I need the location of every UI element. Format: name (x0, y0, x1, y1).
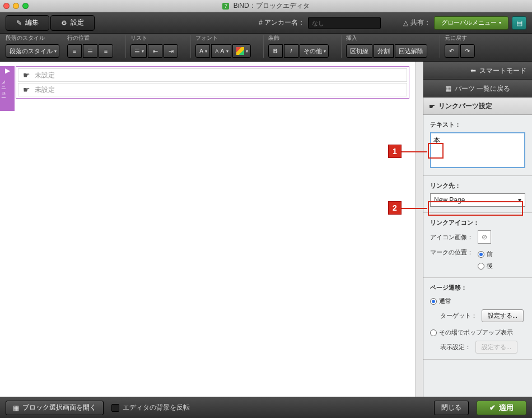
unwrap-button[interactable]: 回込解除 (395, 44, 427, 58)
align-center-button[interactable]: ☰ (83, 44, 97, 58)
icon-image-picker[interactable]: ⊘ (478, 230, 491, 244)
bold-button[interactable]: B (268, 44, 283, 58)
tab-edit[interactable]: ✎ 編集 (6, 15, 49, 31)
smart-mode-button[interactable]: ⬅ スマートモード (423, 62, 532, 80)
caret-down-icon: ▾ (246, 49, 248, 54)
play-icon: ▶ (0, 66, 15, 75)
align-left-button[interactable]: ≡ (67, 44, 82, 58)
transition-popup[interactable]: その場でポップアップ表示 (430, 327, 525, 338)
group-label: 段落のスタイル (6, 34, 59, 44)
font-size-dropdown[interactable]: AA▾ (211, 44, 231, 58)
link-part-row[interactable]: ☛ 未設定 (18, 68, 407, 82)
pointer-icon: ☛ (23, 71, 30, 80)
close-button[interactable]: 閉じる (434, 401, 469, 415)
caret-down-icon: ▾ (226, 49, 228, 54)
window-title: 7 BiND：ブロックエディタ (0, 1, 532, 11)
group-list: リスト ☰▾ ⇤ ⇥ (130, 34, 178, 58)
group-insert: 挿入 区切線 分割 回込解除 (346, 34, 427, 58)
window-titlebar: 7 BiND：ブロックエディタ (0, 0, 532, 12)
radio-icon (478, 251, 484, 258)
callout-line (402, 151, 427, 152)
radio-icon (430, 329, 437, 336)
radio-label: 後 (487, 262, 493, 270)
button-label: パーツ 一覧に戻る (455, 84, 510, 94)
list-icon: ☰ (134, 48, 140, 55)
dropdown-label: 段落のスタイル (10, 47, 53, 55)
bullet-list-dropdown[interactable]: ☰▾ (130, 44, 147, 58)
group-label: 挿入 (346, 34, 427, 44)
open-block-select-button[interactable]: ▦ ブロック選択画面を開く (6, 401, 104, 415)
editor-canvas[interactable]: ▶ メニュー ☛ 未設定 ☛ 未設定 (0, 62, 423, 397)
mark-position-before[interactable]: 前 (478, 248, 493, 260)
align-left-icon: ≡ (73, 48, 76, 54)
anchor-input[interactable] (308, 17, 381, 29)
field-label: リンク先： (430, 182, 525, 190)
italic-button[interactable]: I (284, 44, 298, 58)
tab-label: 設定 (71, 18, 84, 27)
link-text-input[interactable] (430, 132, 525, 168)
help-icon-button[interactable]: ▤ (512, 16, 526, 30)
display-settings-button: 設定する... (475, 341, 517, 354)
invert-bg-checkbox[interactable]: エディタの背景を反転 (111, 403, 190, 412)
field-label: リンクアイコン： (430, 219, 525, 227)
share-icon: △ (403, 19, 408, 27)
sublabel: マークの位置： (430, 248, 473, 257)
color-swatch-icon (236, 47, 244, 55)
link-target-section: リンク先： New Page ▾ (423, 176, 532, 213)
outdent-icon: ⇤ (153, 48, 158, 55)
other-decoration-dropdown[interactable]: その他▾ (300, 44, 329, 58)
outdent-button[interactable]: ⇤ (148, 44, 162, 58)
redo-button[interactable]: ↷ (460, 44, 475, 58)
canvas-scrollbar[interactable] (415, 62, 423, 397)
group-decoration: 装飾 B I その他▾ (268, 34, 329, 58)
target-settings-button[interactable]: 設定する... (482, 309, 524, 322)
redo-icon: ↷ (465, 48, 470, 55)
paragraph-style-dropdown[interactable]: 段落のスタイル ▾ (6, 44, 59, 58)
field-label: ページ遷移： (430, 284, 525, 292)
field-label: テキスト： (430, 120, 525, 129)
group-paragraph-style: 段落のスタイル 段落のスタイル ▾ (6, 34, 59, 58)
link-icon-section: リンクアイコン： アイコン画像： ⊘ マークの位置： 前 後 (423, 213, 532, 278)
row-label: 未設定 (35, 85, 55, 95)
button-label: スマートモード (479, 66, 526, 76)
undo-button[interactable]: ↶ (445, 44, 459, 58)
tab-settings[interactable]: ⚙ 設定 (50, 15, 95, 31)
separator (341, 35, 342, 58)
link-target-select[interactable]: New Page ▾ (430, 193, 525, 207)
sublabel: ターゲット： (440, 312, 477, 320)
group-line-align: 行の位置 ≡ ☰ ≡ (67, 34, 113, 58)
font-color-dropdown[interactable]: ▾ (232, 44, 251, 58)
apply-button[interactable]: ✔ 適用 (477, 401, 526, 415)
bold-icon: B (273, 48, 278, 54)
link-part-row[interactable]: ☛ 未設定 (18, 83, 407, 96)
small-a-icon: A (215, 48, 218, 54)
mark-position-after[interactable]: 後 (478, 260, 493, 272)
arrow-left-icon: ⬅ (470, 67, 476, 75)
block-container: ☛ 未設定 ☛ 未設定 (16, 66, 409, 99)
back-to-parts-list-button[interactable]: ▦ パーツ 一覧に戻る (423, 80, 532, 97)
callout-1: 1 (388, 145, 402, 158)
callout-line (402, 208, 427, 209)
radio-label: 前 (487, 250, 493, 258)
tab-label: 編集 (25, 18, 39, 27)
share-label: 共有： (410, 18, 431, 27)
group-font: フォント A▾ AA▾ ▾ (195, 34, 251, 58)
checkbox-label: エディタの背景を反転 (123, 403, 190, 412)
button-label: ブロック選択画面を開く (22, 403, 96, 412)
indent-button[interactable]: ⇥ (164, 44, 178, 58)
radio-icon (478, 263, 484, 270)
hr-button[interactable]: 区切線 (346, 44, 372, 58)
global-menu-button[interactable]: グローバルメニュー ▾ (434, 16, 508, 30)
caret-down-icon: ▾ (54, 49, 57, 54)
block-side-strip[interactable]: ▶ メニュー (0, 66, 15, 111)
split-button[interactable]: 分割 (374, 44, 394, 58)
callout-2: 2 (388, 201, 402, 215)
separator (125, 35, 126, 58)
caret-down-icon: ▾ (142, 49, 144, 54)
sublabel: アイコン画像： (430, 233, 473, 241)
page-transition-section: ページ遷移： 通常 ターゲット： 設定する... その場でポップアップ表示 表示… (423, 278, 532, 360)
undo-icon: ↶ (449, 48, 454, 55)
font-family-dropdown[interactable]: A▾ (195, 44, 210, 58)
transition-normal[interactable]: 通常 (430, 295, 525, 307)
align-right-button[interactable]: ≡ (99, 44, 113, 58)
